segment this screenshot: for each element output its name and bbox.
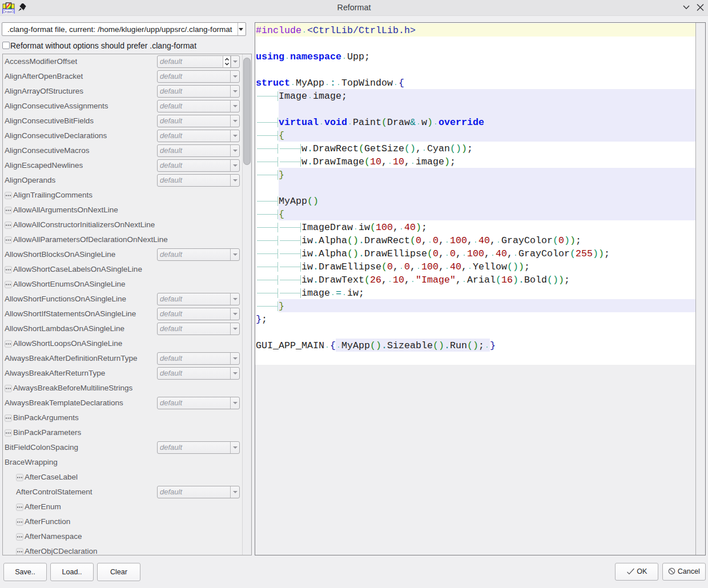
svg-text:Draw0: Draw0	[3, 10, 14, 14]
